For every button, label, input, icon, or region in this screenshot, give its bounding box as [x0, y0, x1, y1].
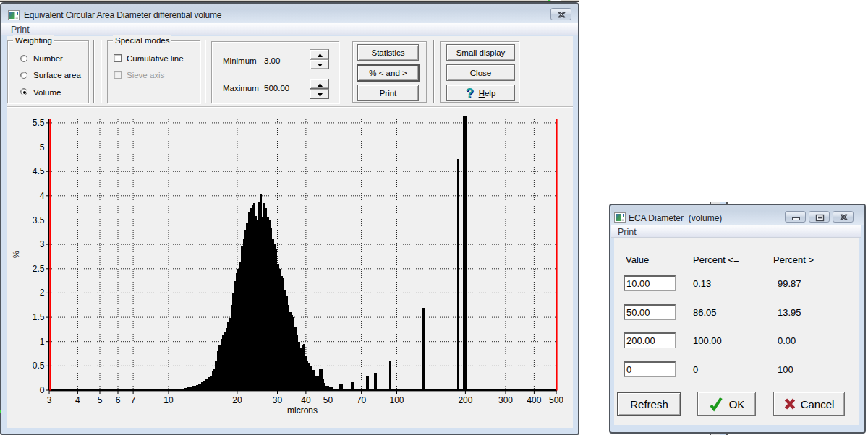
svg-text:7: 7 — [131, 395, 136, 405]
svg-text:3.5: 3.5 — [33, 215, 45, 225]
svg-text:4: 4 — [75, 395, 80, 405]
svg-text:400: 400 — [527, 395, 541, 405]
svg-text:100: 100 — [389, 395, 404, 405]
svg-text:microns: microns — [287, 405, 318, 415]
svg-text:4.5: 4.5 — [33, 166, 45, 176]
svg-text:6: 6 — [116, 395, 121, 405]
svg-text:5: 5 — [98, 395, 103, 405]
svg-text:%: % — [12, 251, 20, 258]
svg-text:200: 200 — [458, 395, 472, 405]
svg-text:70: 70 — [357, 395, 367, 405]
svg-text:5.5: 5.5 — [33, 118, 45, 128]
svg-text:3: 3 — [47, 395, 52, 405]
svg-text:10: 10 — [163, 395, 174, 405]
svg-text:2.5: 2.5 — [33, 264, 45, 274]
svg-text:1: 1 — [40, 337, 45, 347]
svg-text:500: 500 — [549, 395, 563, 405]
svg-text:3: 3 — [40, 239, 45, 249]
svg-text:5: 5 — [40, 142, 45, 152]
svg-text:4: 4 — [40, 191, 45, 201]
svg-text:0: 0 — [40, 385, 45, 395]
svg-text:2: 2 — [40, 288, 45, 298]
svg-text:1.5: 1.5 — [33, 312, 45, 322]
svg-text:50: 50 — [323, 395, 333, 405]
svg-text:0.5: 0.5 — [33, 361, 45, 371]
svg-text:30: 30 — [273, 395, 283, 405]
svg-text:20: 20 — [232, 395, 242, 405]
svg-text:40: 40 — [301, 395, 311, 405]
svg-text:300: 300 — [498, 395, 513, 405]
